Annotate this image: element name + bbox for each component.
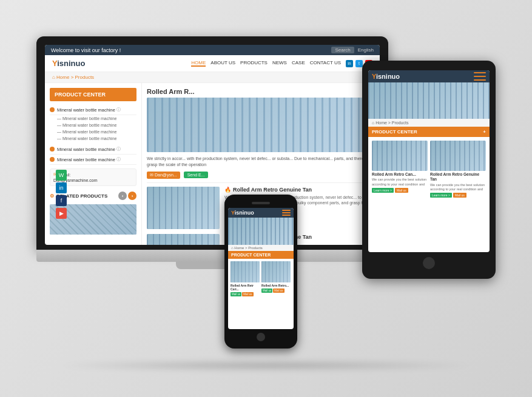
info-icon-3: ⓘ (116, 156, 121, 162)
phone-speaker (252, 202, 270, 204)
ph-breadcrumb: ⌂ Home > Products (228, 245, 294, 251)
ph-logo: Yisninuo (231, 210, 254, 216)
sidebar-sub-1: Mineral water bottle machine (50, 115, 136, 122)
contact-row: ✉ Dan@ysn... Send E... (147, 172, 375, 179)
nav-about[interactable]: ABOUT US (210, 60, 235, 67)
phone-home-button[interactable] (257, 333, 265, 341)
tab-mail-btn-1[interactable]: Mail us (395, 188, 408, 193)
hero-visual (147, 98, 375, 152)
sidebar-item-1[interactable]: Mineral water bottle machine ⓘ (50, 105, 136, 115)
ph-home-icon: ⌂ (231, 246, 234, 250)
card-visual-2 (147, 234, 220, 245)
ph-card-visual-2 (261, 261, 291, 282)
tab-product-center-label: PRODUCT CENTER (372, 129, 417, 135)
tab-card-visual-2 (430, 141, 486, 171)
whatsapp-icon[interactable]: W (56, 170, 67, 181)
send-button[interactable]: Send E... (184, 172, 209, 178)
tab-card-btns-2: Learn more > Mail us (430, 193, 486, 198)
tab-product-header: PRODUCT CENTER + (368, 127, 490, 137)
tab-mail-btn-2[interactable]: Mail us (453, 193, 466, 198)
sidebar-sub-4: Mineral water bottle machine (50, 135, 136, 142)
nav-products[interactable]: PRODUCTS (240, 60, 268, 67)
ph-card-2: Rolled Arm Retro... Mail us Mail us (261, 261, 291, 296)
sidebar-item-2[interactable]: Mineral water bottle machine ⓘ (50, 144, 136, 155)
ph-breadcrumb-text: Home > Products (234, 246, 263, 250)
tab-card-desc-2: We can provide you the best solution acc… (430, 183, 486, 192)
ph-btn-1[interactable]: Mail us (231, 292, 241, 296)
side-yt-icon[interactable]: ▶ (56, 208, 67, 219)
tab-card-desc-1: We can provide you the best solution acc… (372, 178, 428, 186)
info-icon-2: ⓘ (116, 146, 121, 152)
tab-card-title-2: Rolled Arm Retro Genuine Tan (430, 172, 486, 182)
scene: Welcome to visit our factory ! Search En… (0, 0, 532, 397)
tab-card-image-2 (430, 141, 486, 171)
related-icon: ⚙ (50, 193, 54, 199)
ph-cards: Rolled Arm Retr Cari... Mail us Mail us … (228, 259, 294, 299)
tab-card-1: Rolled Arm Retro Can... We can provide y… (372, 141, 428, 198)
logo-rest: isninuo (57, 59, 85, 68)
side-linkedin-icon[interactable]: in (56, 182, 67, 193)
prev-arrow[interactable]: ‹ (118, 192, 127, 200)
ph-mail-btn-1[interactable]: Mail us (242, 292, 253, 296)
sidebar: PRODUCT CENTER Mineral water bottle mach… (45, 83, 142, 245)
product-card-image-1 (147, 187, 220, 229)
phone-screen: Yisninuo ⌂ Home > Products PRODUC (228, 208, 294, 329)
ph-product-center-label: PRODUCT CENTER (231, 253, 271, 257)
search-box[interactable]: Search (331, 47, 354, 53)
ph-btn-2[interactable]: Mail us (261, 289, 272, 293)
ph-card-visual-1 (231, 261, 260, 282)
nav-items: HOME ABOUT US PRODUCTS NEWS CASE CONTACT… (191, 60, 341, 67)
product-card-image-2 (147, 234, 220, 245)
card-visual-1 (147, 187, 220, 229)
device-shadow (55, 359, 477, 372)
tablet-outer: Yisninuo ⌂ Home > Products PRODUC (362, 61, 496, 279)
dot-3 (50, 157, 55, 162)
ph-card-title-2: Rolled Arm Retro... (261, 284, 291, 287)
breadcrumb-text: Home > Products (56, 75, 94, 80)
tab-plus-icon[interactable]: + (483, 129, 486, 135)
related-arrows: ‹ › (118, 192, 136, 200)
ph-menu-line-3 (282, 215, 291, 216)
tab-learn-btn-1[interactable]: Learn more > (372, 188, 394, 193)
email-badge-icon: ✉ (150, 173, 153, 178)
side-fb-icon[interactable]: f (56, 195, 67, 206)
fire-icon-1: 🔥 (224, 187, 231, 193)
linkedin-icon[interactable]: in (346, 60, 353, 67)
next-arrow[interactable]: › (128, 192, 136, 200)
product-hero-image (147, 98, 375, 152)
ph-menu-line-2 (282, 212, 291, 213)
ph-mail-btn-2[interactable]: Mail us (273, 289, 284, 293)
email-badge: ✉ Dan@ysn... (147, 172, 180, 179)
tab-learn-btn-2[interactable]: Learn more > (430, 193, 452, 198)
tablet-device: Yisninuo ⌂ Home > Products PRODUC (362, 61, 496, 279)
sidebar-item-label-3: Mineral water bottle machine (57, 157, 115, 162)
ph-card-image-2 (261, 261, 291, 282)
welcome-text: Welcome to visit our factory ! (51, 47, 121, 53)
tab-breadcrumb: ⌂ Home > Products (368, 119, 490, 127)
menu-line-2 (474, 76, 486, 77)
lang-selector[interactable]: English (358, 47, 374, 53)
sidebar-item-label-2: Mineral water bottle machine (57, 147, 115, 152)
site-topbar: Welcome to visit our factory ! Search En… (45, 45, 380, 55)
nav-news[interactable]: NEWS (272, 60, 287, 67)
ph-menu-line-1 (282, 210, 291, 211)
tablet-screen: Yisninuo ⌂ Home > Products PRODUC (368, 70, 490, 252)
tablet-home-button[interactable] (423, 257, 435, 269)
sidebar-sub-3: Mineral water bottle machine (50, 128, 136, 135)
tab-menu-icon[interactable] (474, 72, 486, 81)
logo-y: Y (52, 59, 57, 68)
sidebar-item-3[interactable]: Mineral water bottle machine ⓘ (50, 155, 136, 165)
tab-card-title-1: Rolled Arm Retro Can... (372, 172, 428, 177)
nav-home[interactable]: HOME (191, 60, 206, 67)
laptop-base (36, 250, 388, 262)
ph-topbar: Yisninuo (228, 208, 294, 218)
ph-menu-icon[interactable] (282, 210, 291, 216)
breadcrumb: ⌂ Home > Products (45, 72, 380, 83)
menu-line-1 (474, 72, 486, 73)
sidebar-item-label-1: Mineral water bottle machine (57, 107, 115, 113)
product-card-title-1: 🔥 Rolled Arm Retro Genuine Tan (224, 187, 375, 193)
nav-contact[interactable]: CONTACT US (310, 60, 341, 67)
nav-case[interactable]: CASE (292, 60, 305, 67)
phone-outer: Yisninuo ⌂ Home > Products PRODUC (224, 195, 297, 349)
active-dot (50, 107, 55, 112)
